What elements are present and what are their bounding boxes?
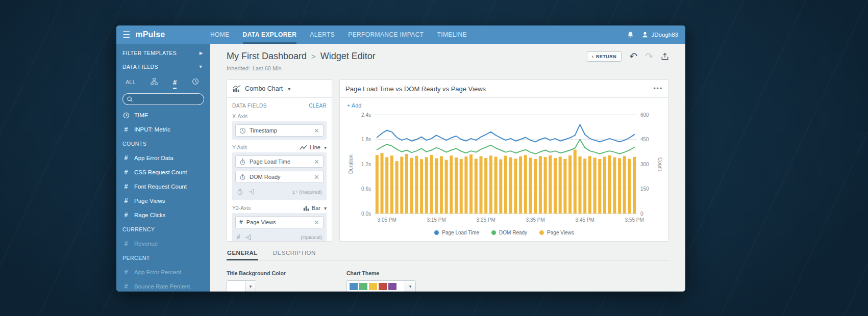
field-search-input[interactable] (122, 93, 204, 105)
y-axis-type-selector[interactable]: Line ▾ (300, 144, 327, 150)
field-css-request-count[interactable]: # CSS Request Count (116, 165, 210, 179)
legend-dot (491, 230, 496, 235)
undo-icon[interactable]: ↶ (629, 51, 637, 61)
clear-fields-link[interactable]: CLEAR (309, 103, 327, 109)
section-counts: COUNTS (116, 137, 210, 151)
field-app-error-data[interactable]: # App Error Data (116, 151, 210, 165)
hash-icon: # (239, 219, 243, 226)
tab-metrics[interactable]: # (173, 78, 177, 89)
chart-theme-dropdown[interactable]: ▾ (346, 280, 416, 292)
timer-icon (237, 189, 243, 195)
return-button[interactable]: ‹ RETURN (587, 51, 622, 62)
bar-chart-icon (303, 205, 309, 211)
redo-icon: ↷ (645, 51, 653, 61)
y2-axis-dropzone: # Page Views ✕ # (Optional) (232, 213, 327, 242)
timer-icon (239, 159, 246, 165)
chip-dom-ready[interactable]: DOM Ready ✕ (235, 171, 324, 183)
chip-page-load-time[interactable]: Page Load Time ✕ (235, 155, 324, 168)
field-app-error-percent: # App Error Percent (116, 265, 210, 279)
y2-axis-label: Y2-Axis (232, 205, 251, 211)
field-page-views[interactable]: # Page Views (116, 194, 210, 208)
tab-general[interactable]: GENERAL (227, 250, 258, 260)
y2-axis-type-selector[interactable]: Bar ▾ (303, 205, 327, 211)
filter-templates-toggle[interactable]: FILTER TEMPLATES ▶ (116, 46, 210, 60)
chevron-down-icon: ▼ (199, 64, 203, 69)
user-menu[interactable]: JDough83 (641, 31, 678, 38)
svg-text:600: 600 (640, 112, 649, 118)
y-axis-empty-slot[interactable]: 1+ (Required) (235, 186, 324, 197)
svg-text:1.8s: 1.8s (361, 137, 371, 142)
chevron-left-icon: ‹ (592, 54, 594, 59)
hash-icon: # (122, 240, 130, 247)
svg-text:300: 300 (640, 162, 649, 167)
top-navigation-bar: ☰ mPulse HOME DATA EXPLORER ALERTS PERFO… (116, 25, 685, 44)
line-chart-icon (300, 145, 307, 150)
nav-timeline[interactable]: TIMELINE (437, 25, 467, 44)
chart-theme-label: Chart Theme (346, 270, 416, 276)
chart-legend: Page Load Time DOM Ready Page Views (340, 229, 668, 240)
nav-data-explorer[interactable]: DATA EXPLORER (243, 25, 297, 44)
notifications-bell-icon[interactable] (627, 31, 634, 39)
data-fields-toggle[interactable]: DATA FIELDS ▼ (116, 60, 210, 73)
combo-chart-svg: 0.0s00.6s1501.2s3001.8s4502.4s6003:05 PM… (346, 109, 662, 229)
remove-chip-icon[interactable]: ✕ (314, 219, 319, 226)
legend-page-views[interactable]: Page Views (539, 230, 574, 235)
add-series-link[interactable]: + Add (347, 102, 361, 109)
field-rage-clicks[interactable]: # Rage Clicks (116, 208, 210, 222)
page-title: Widget Editor (320, 51, 376, 62)
title-background-color-dropdown[interactable]: ▾ (227, 280, 256, 292)
field-bounce-rate-percent: # Bounce Rate Percent (116, 279, 210, 292)
hamburger-menu-icon[interactable]: ☰ (122, 31, 130, 39)
drop-field-icon (248, 189, 255, 195)
y2-axis-empty-slot[interactable]: # (Optional) (235, 231, 324, 242)
legend-dom-ready[interactable]: DOM Ready (491, 230, 527, 235)
widget-menu-icon[interactable]: ••• (653, 85, 663, 92)
field-revenue: # Revenue (116, 236, 210, 251)
nav-alerts[interactable]: ALERTS (310, 25, 335, 44)
chip-timestamp[interactable]: Timestamp ✕ (235, 124, 324, 137)
y-axis-label: Y-Axis (232, 144, 247, 150)
chevron-down-icon: ▾ (288, 86, 290, 92)
section-currency: CURRENCY (116, 222, 210, 236)
field-time[interactable]: TIME (116, 108, 210, 122)
tab-description[interactable]: DESCRIPTION (272, 250, 316, 260)
breadcrumb-separator: > (311, 52, 316, 61)
tab-timers[interactable] (192, 78, 199, 89)
page-header: My First Dashboard > Widget Editor ‹ RET… (227, 51, 669, 62)
main-content: My First Dashboard > Widget Editor ‹ RET… (210, 44, 685, 292)
chart-type-selector[interactable]: Combo Chart ▾ (227, 80, 332, 98)
nav-home[interactable]: HOME (210, 25, 230, 44)
nav-performance-impact[interactable]: PERFORMANCE IMPACT (348, 25, 424, 44)
svg-text:1.2s: 1.2s (361, 162, 371, 167)
svg-text:Duration: Duration (348, 154, 354, 174)
chip-page-views[interactable]: # Page Views ✕ (235, 216, 324, 228)
data-fields-sidebar: FILTER TEMPLATES ▶ DATA FIELDS ▼ ALL # (116, 44, 210, 292)
title-background-color-label: Title Background Color (227, 270, 346, 276)
field-list: TIME # INPUT: Metric COUNTS # App Error … (116, 108, 210, 292)
tab-dimensions[interactable] (151, 78, 158, 89)
svg-text:3:15 PM: 3:15 PM (427, 217, 446, 223)
field-font-request-count[interactable]: # Font Request Count (116, 179, 210, 194)
breadcrumb-dashboard[interactable]: My First Dashboard (227, 51, 307, 62)
app-logo: mPulse (135, 30, 165, 39)
nav-right-controls: JDough83 (627, 31, 685, 39)
hash-icon: # (122, 212, 130, 219)
chevron-down-icon: ▾ (405, 281, 415, 292)
combo-chart: 0.0s00.6s1501.2s3001.8s4502.4s6003:05 PM… (340, 109, 668, 229)
chevron-down-icon: ▾ (324, 205, 327, 211)
field-input-metric[interactable]: # INPUT: Metric (116, 122, 210, 137)
svg-text:2.4s: 2.4s (361, 112, 371, 118)
settings-tabs: GENERAL DESCRIPTION (227, 250, 669, 260)
theme-swatch (388, 283, 396, 290)
remove-chip-icon[interactable]: ✕ (314, 127, 319, 134)
remove-chip-icon[interactable]: ✕ (314, 159, 319, 165)
export-icon[interactable] (661, 52, 669, 61)
desktop-background: ☰ mPulse HOME DATA EXPLORER ALERTS PERFO… (0, 0, 868, 316)
svg-text:450: 450 (640, 137, 649, 142)
remove-chip-icon[interactable]: ✕ (314, 174, 319, 180)
hash-icon: # (122, 154, 130, 162)
y2-axis-hint: (Optional) (301, 234, 322, 240)
tab-all-fields[interactable]: ALL (126, 79, 136, 89)
legend-page-load-time[interactable]: Page Load Time (434, 230, 479, 235)
data-fields-label: DATA FIELDS (232, 103, 267, 109)
